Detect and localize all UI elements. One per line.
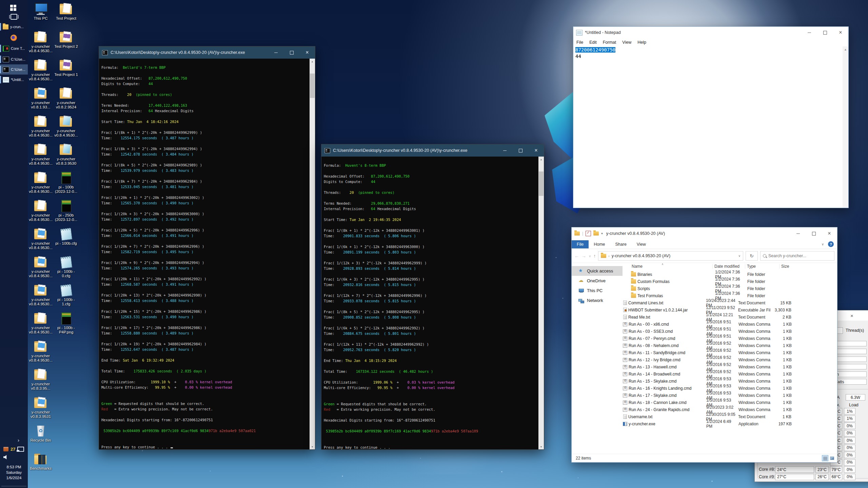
forward-icon[interactable]: → <box>581 253 586 259</box>
help-icon[interactable]: ? <box>828 241 834 247</box>
sidebar-item-onedrive[interactable]: OneDrive <box>572 276 623 286</box>
tab-home[interactable]: Home <box>589 240 610 248</box>
sidebar-item-this-pc[interactable]: This PC <box>572 286 623 296</box>
minimize-button[interactable] <box>802 27 817 38</box>
column-header-size[interactable]: Size <box>779 264 805 269</box>
address-dropdown-icon[interactable]: ∨ <box>738 254 741 258</box>
notepad-text-area[interactable]: 87200612490750 44 <box>573 46 843 208</box>
maximize-button[interactable] <box>284 46 299 59</box>
column-header-type[interactable]: Type <box>745 264 779 269</box>
close-button[interactable]: × <box>528 144 544 157</box>
taskbar-coretemp-button[interactable]: Core T... <box>0 43 28 54</box>
show-desktop-divider[interactable] <box>1 486 26 486</box>
notepad-menu-edit[interactable]: Edit <box>586 40 600 45</box>
details-view-button[interactable] <box>822 455 828 461</box>
scroll-down-icon[interactable]: ▼ <box>538 444 544 449</box>
file-name: Run As - 24 - Granite Rapids.cmd <box>629 407 705 412</box>
notepad-menu-file[interactable]: File <box>573 40 586 45</box>
console-line: Time: 20928.893 seconds ( 5.814 hours ) <box>324 266 538 271</box>
column-header-date[interactable]: Date modified <box>712 264 745 269</box>
new-folder-icon[interactable] <box>593 231 599 236</box>
taskbar-task-view-button[interactable] <box>0 12 28 22</box>
column-header-name[interactable]: Name <box>632 264 712 269</box>
customize-qat-icon[interactable]: ▾ <box>601 232 603 235</box>
desktop-icon[interactable]: pi - 250b (2023-12-0... <box>46 200 86 222</box>
desktop-icon[interactable]: y-cruncher v0.8.3.9530 <box>46 143 86 166</box>
console-line: Time: 12558.880 seconds ( 3.489 hours ) <box>101 330 309 336</box>
explorer-titlebar[interactable]: | ▾ y-cruncher v0.8.4.9530-20 (AV) × <box>572 227 837 240</box>
address-bar[interactable]: › y-cruncher v0.8.4.9530-20 (AV) ∨ <box>598 251 743 261</box>
desktop-icon[interactable]: pi - 100b - P4P.png <box>46 312 86 334</box>
folder-icon[interactable] <box>574 231 580 236</box>
sidebar-item-network[interactable]: Network <box>572 296 623 305</box>
desktop-icon[interactable]: pi - 100b.cfg <box>46 228 86 246</box>
breadcrumb-chevron-icon: › <box>608 254 609 258</box>
search-input[interactable]: Search y-cruncher... <box>760 251 834 261</box>
desktop-icon[interactable]: pi - 100b - 1.cfg <box>46 284 86 306</box>
close-icon[interactable]: × <box>850 313 853 319</box>
thumb-icon <box>58 171 74 184</box>
firefox-icon <box>11 35 17 41</box>
volume-tray-icon[interactable] <box>3 455 8 460</box>
desktop-icon[interactable]: pi - 100b (2023-12-0... <box>46 171 86 194</box>
taskbar-explorer-button[interactable]: y-crun... <box>0 22 28 32</box>
notepad-window: *Untitled - Notepad × FileEditFormatView… <box>573 26 849 208</box>
taskbar-console-1-button[interactable]: C:\Use... <box>0 54 28 64</box>
close-button[interactable]: × <box>822 227 837 240</box>
desktop-icon[interactable]: Test Project <box>46 3 86 21</box>
recent-locations-icon[interactable]: ∨ <box>589 254 591 258</box>
sidebar-item-quick-access[interactable]: Quick access <box>572 266 623 276</box>
folder-file-icon <box>631 286 636 291</box>
notepad-scrollbar[interactable]: ▲ <box>843 46 848 208</box>
up-icon[interactable]: ↑ <box>593 253 596 259</box>
console2-scrollbar[interactable]: ▲ ▼ <box>538 157 544 449</box>
desktop-icon[interactable]: Test Project 2 <box>46 31 86 49</box>
tab-file[interactable]: File <box>572 240 589 248</box>
desktop-icon-label: pi - 100b.cfg <box>55 241 77 246</box>
console-line <box>324 396 538 401</box>
minimize-button[interactable] <box>790 227 806 240</box>
scroll-up-icon[interactable]: ▲ <box>538 157 544 162</box>
properties-icon[interactable] <box>586 231 591 236</box>
console-line <box>101 433 309 439</box>
close-button[interactable]: × <box>833 27 848 38</box>
taskbar-firefox-button[interactable] <box>0 33 28 43</box>
taskbar-console-2-button[interactable]: C:\Use... <box>0 64 28 75</box>
maximize-button[interactable] <box>817 27 833 38</box>
notepad-titlebar[interactable]: *Untitled - Notepad × <box>573 27 848 38</box>
ribbon-collapse-icon[interactable]: ∨ <box>822 242 824 246</box>
network-tray-icon[interactable] <box>17 447 24 452</box>
minimize-button[interactable] <box>268 46 284 59</box>
minimize-button[interactable] <box>497 144 513 157</box>
notepad-menu-help[interactable]: Help <box>634 40 649 45</box>
notepad-menu-format[interactable]: Format <box>600 40 619 45</box>
desktop-icon[interactable]: y-cruncher v0.8.4.9530... <box>46 115 86 138</box>
notepad-menu-view[interactable]: View <box>619 40 634 45</box>
firewall-tray-icon[interactable] <box>3 447 8 451</box>
maximize-button[interactable] <box>806 227 822 240</box>
console1-titlebar[interactable]: C:\Users\Kotori\Desktop\y-cruncher v0.8.… <box>99 46 315 59</box>
desktop-icon[interactable]: pi - 100b - 0.cfg <box>46 256 86 278</box>
refresh-icon[interactable]: ↻ <box>746 251 758 261</box>
tray-overflow-chevron-icon[interactable]: › <box>18 437 19 443</box>
tab-share[interactable]: Share <box>610 240 632 248</box>
scroll-thumb[interactable] <box>310 74 315 98</box>
scroll-up-icon[interactable]: ▲ <box>310 59 315 64</box>
console2-titlebar[interactable]: C:\Users\Kotori\Desktop\y-cruncher v0.8.… <box>321 144 544 157</box>
desktop-icon[interactable]: Test Project 1 <box>46 59 86 77</box>
scroll-up-icon[interactable]: ▲ <box>843 48 848 51</box>
console1-scrollbar[interactable]: ▲ ▼ <box>310 59 315 449</box>
back-icon[interactable]: ← <box>574 253 579 259</box>
coretemp-tray-temperature[interactable]: 27 <box>11 447 15 452</box>
scroll-thumb[interactable] <box>539 171 544 196</box>
file-name: Run As - 03 - SSE3.cmd <box>629 329 705 334</box>
taskbar-clock[interactable]: 8:53 PM Saturday 1/6/2024 <box>0 464 28 481</box>
scroll-down-icon[interactable]: ▼ <box>310 444 315 449</box>
close-button[interactable]: × <box>299 46 315 59</box>
taskbar-notepad-button[interactable]: *Untitl... <box>0 75 28 85</box>
large-icons-view-button[interactable] <box>829 455 835 461</box>
desktop-icon[interactable]: y-cruncher v0.8.2.9524 <box>46 87 86 109</box>
file-row[interactable]: y-cruncher.exe1/2/2024 6:49 PMApplicatio… <box>623 420 837 427</box>
tab-view[interactable]: View <box>632 240 651 248</box>
maximize-button[interactable] <box>513 144 528 157</box>
